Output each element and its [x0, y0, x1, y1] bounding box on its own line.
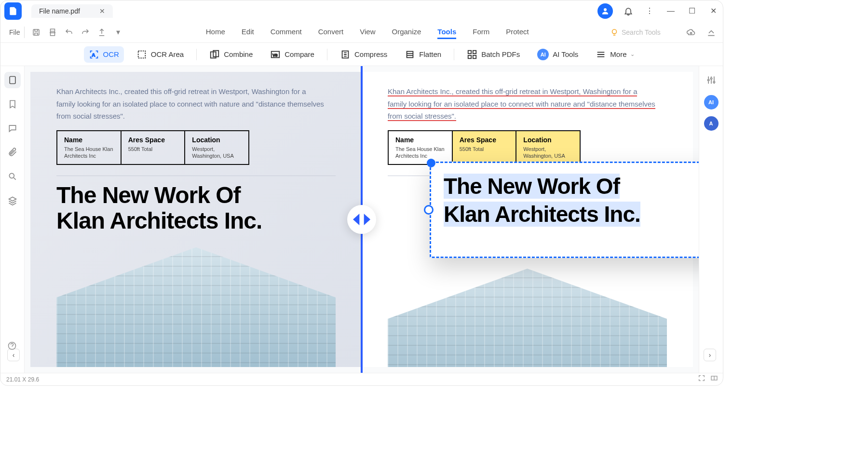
compare-button[interactable]: VS Compare — [265, 46, 319, 63]
tab-home[interactable]: Home — [206, 26, 225, 39]
lightbulb-icon — [610, 28, 619, 37]
page-title-left: The New Work OfKlan Architects Inc. — [56, 183, 336, 234]
more-button[interactable]: More ⌄ — [591, 46, 639, 63]
document-compare-view: Khan Architects Inc., created this off-g… — [25, 66, 699, 373]
layers-icon[interactable] — [4, 192, 21, 209]
fit-icon[interactable] — [710, 374, 718, 383]
tab-convert[interactable]: Convert — [318, 26, 344, 39]
app-logo — [4, 2, 22, 20]
ocr-area-icon — [136, 49, 147, 60]
workspace: Khan Architects Inc., created this off-g… — [0, 66, 723, 373]
svg-point-3 — [612, 29, 616, 34]
svg-rect-13 — [473, 50, 476, 53]
close-window-icon[interactable]: ✕ — [707, 5, 719, 17]
ocr-area-button[interactable]: OCR Area — [132, 46, 189, 63]
svg-rect-16 — [10, 77, 15, 84]
compare-icon: VS — [270, 49, 281, 60]
building-image-right — [388, 269, 667, 367]
info-table-right: NameThe Sea House Klan Architects Inc Ar… — [388, 130, 581, 165]
compress-icon — [340, 49, 351, 60]
dropdown-icon[interactable]: ▾ — [111, 26, 125, 39]
comments-icon[interactable] — [4, 120, 21, 136]
page-next-button[interactable]: › — [704, 349, 716, 361]
tab-comment[interactable]: Comment — [271, 26, 302, 39]
compare-handle[interactable] — [347, 205, 376, 234]
share-icon[interactable] — [95, 26, 108, 39]
ai-panel-icon[interactable]: AI — [704, 95, 719, 109]
tab-edit[interactable]: Edit — [242, 26, 254, 39]
tools-toolbar: A OCR OCR Area Combine VS Compare Compre… — [0, 43, 723, 66]
bell-icon[interactable] — [623, 5, 634, 17]
fullscreen-icon[interactable] — [698, 374, 705, 383]
svg-point-0 — [604, 8, 607, 11]
cloud-icon[interactable] — [684, 26, 698, 39]
statusbar: 21.01 X 29.6 — [0, 373, 723, 385]
svg-text:A: A — [92, 52, 95, 57]
document-tab[interactable]: File name.pdf ✕ — [31, 4, 113, 18]
page-original: Khan Architects Inc., created this off-g… — [30, 72, 362, 367]
combine-button[interactable]: Combine — [204, 46, 258, 63]
building-image-left — [56, 247, 336, 367]
svg-rect-14 — [468, 55, 471, 58]
svg-rect-12 — [468, 50, 471, 53]
thumbnails-icon[interactable] — [4, 72, 21, 88]
right-sidebar: AI A — [699, 66, 723, 373]
svg-point-19 — [710, 78, 712, 79]
bookmarks-icon[interactable] — [4, 96, 21, 112]
tab-tools[interactable]: Tools — [437, 26, 456, 39]
intro-text-left: Khan Architects Inc., created this off-g… — [56, 85, 326, 123]
svg-rect-2 — [50, 32, 54, 35]
tab-protect[interactable]: Protect — [506, 26, 529, 39]
tab-organize[interactable]: Organize — [392, 26, 421, 39]
flatten-icon — [405, 49, 415, 60]
combine-icon — [209, 49, 220, 60]
ocr-icon: A — [89, 49, 99, 60]
help-icon[interactable] — [7, 341, 17, 353]
tab-view[interactable]: View — [360, 26, 375, 39]
user-avatar[interactable] — [597, 3, 613, 19]
ocr-button[interactable]: A OCR — [84, 46, 124, 63]
selection-handle-ml[interactable] — [424, 205, 434, 215]
print-icon[interactable] — [46, 26, 59, 39]
search-icon[interactable] — [4, 168, 21, 185]
kebab-menu-icon[interactable]: ⋮ — [644, 5, 655, 17]
ai-tools-button[interactable]: AI AI Tools — [532, 46, 583, 63]
page-dimensions: 21.01 X 29.6 — [6, 376, 39, 383]
minimize-icon[interactable]: — — [665, 5, 677, 17]
svg-point-17 — [9, 173, 14, 178]
svg-text:VS: VS — [273, 53, 278, 57]
selection-handle-tl[interactable] — [427, 159, 435, 167]
intro-text-right: Khan Architects Inc., created this off-g… — [388, 85, 658, 123]
attachments-icon[interactable] — [4, 144, 21, 161]
compress-button[interactable]: Compress — [335, 46, 392, 63]
selected-text[interactable]: The New Work OfKlan Architects Inc. — [444, 173, 699, 228]
tab-form[interactable]: Form — [473, 26, 489, 39]
svg-rect-5 — [138, 51, 146, 58]
ai-badge-icon: AI — [537, 49, 549, 60]
batch-icon — [467, 49, 477, 60]
svg-point-20 — [713, 82, 715, 83]
undo-icon[interactable] — [62, 26, 76, 39]
info-table-left: NameThe Sea House Klan Architects Inc Ar… — [56, 130, 249, 165]
chevron-down-icon: ⌄ — [630, 51, 635, 57]
settings-sliders-icon[interactable] — [703, 72, 719, 88]
search-input[interactable] — [622, 28, 670, 36]
save-icon[interactable] — [29, 26, 43, 39]
svg-rect-1 — [33, 29, 39, 35]
titlebar: File name.pdf ✕ ⋮ — ☐ ✕ — [0, 0, 723, 22]
redo-icon[interactable] — [79, 26, 92, 39]
maximize-icon[interactable]: ☐ — [686, 5, 698, 17]
file-menu[interactable]: File — [5, 27, 25, 38]
translate-panel-icon[interactable]: A — [704, 116, 719, 131]
close-tab-icon[interactable]: ✕ — [99, 7, 105, 15]
main-tabs: Home Edit Comment Convert View Organize … — [206, 26, 529, 39]
collapse-icon[interactable] — [705, 26, 718, 39]
more-icon — [596, 49, 606, 60]
text-selection-box[interactable]: The New Work OfKlan Architects Inc. — [430, 162, 699, 258]
tab-filename: File name.pdf — [39, 7, 80, 15]
batch-button[interactable]: Batch PDFs — [462, 46, 525, 63]
svg-rect-11 — [407, 51, 413, 57]
svg-rect-15 — [473, 55, 476, 58]
search-tools[interactable] — [610, 28, 670, 37]
flatten-button[interactable]: Flatten — [400, 46, 446, 63]
